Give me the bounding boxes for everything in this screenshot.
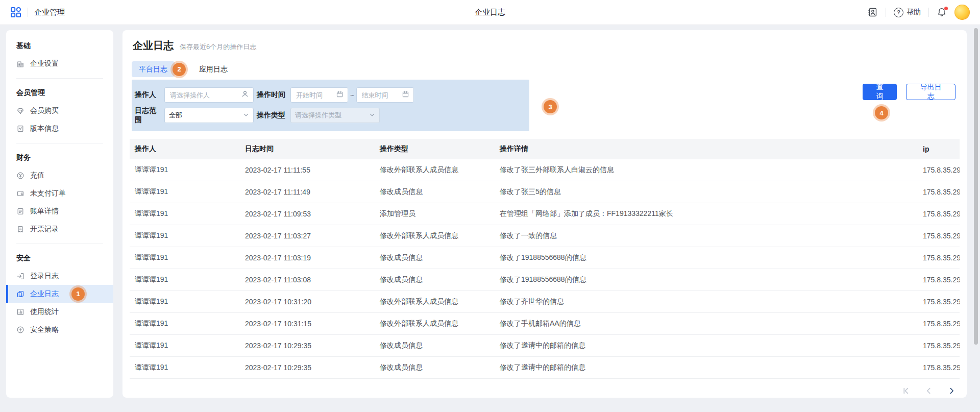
cell-ip: 175.8.35.29 [918,159,960,181]
calendar-icon [402,90,409,100]
cell-operator: 谭谭谭191 [130,291,240,313]
sidebar-section-title: 安全 [6,250,113,267]
start-time-field[interactable] [295,91,333,100]
cell-log-time: 2023-02-17 10:29:35 [240,335,375,357]
sidebar-item-label: 开票记录 [30,225,59,234]
first-page-button[interactable] [902,387,910,395]
col-header-ip: ip [918,139,960,159]
range-separator: ~ [350,91,354,99]
sidebar-item-label: 使用统计 [30,307,59,317]
next-page-button[interactable] [948,387,955,395]
operator-input[interactable] [164,87,254,103]
scope-label: 日志范围 [135,106,161,125]
sidebar-item-invoice-records[interactable]: 开票记录 [6,220,113,238]
cell-operation-detail: 修改了19188556688的信息 [495,269,918,291]
annotation-badge-4: 4 [875,106,888,119]
divider [928,8,929,17]
sidebar-divider [16,244,103,244]
sidebar-item-member-purchase[interactable]: 会员购买 [6,102,113,119]
sidebar-item-enterprise-log[interactable]: 企业日志1 [6,285,113,303]
sidebar-item-label: 未支付订单 [30,189,66,198]
calendar-icon [336,90,344,100]
prev-page-button[interactable] [925,387,933,395]
operator-label: 操作人 [135,90,161,100]
user-avatar[interactable] [954,5,970,20]
tab-platform-log[interactable]: 平台日志 2 [132,61,175,77]
contacts-icon[interactable] [868,7,878,17]
window-scrollbar[interactable] [974,28,978,345]
topbar-left: 企业管理 [10,7,65,18]
cell-log-time: 2023-02-17 11:11:49 [240,181,375,203]
cell-operator: 谭谭谭191 [130,357,240,379]
tab-bar: 平台日志 2 应用日志 [122,59,967,77]
sidebar-item-recharge[interactable]: 充值 [6,166,113,184]
filter-panel: 操作人 操作时间 ~ [132,80,529,131]
bell-icon[interactable] [937,7,947,17]
version-icon [16,125,24,133]
recharge-icon [16,172,24,180]
cell-operation-type: 修改外部联系人成员信息 [375,159,495,181]
cell-ip: 175.8.35.29 [918,203,960,225]
query-button[interactable]: 查询 [863,84,897,100]
cell-operation-type: 修改成员信息 [375,269,495,291]
tab-app-log[interactable]: 应用日志 [192,61,235,77]
sidebar-item-usage-stats[interactable]: 使用统计 [6,303,113,321]
enterprise-log-icon [16,290,24,298]
end-time-input[interactable] [356,87,414,103]
sidebar-item-login-log[interactable]: 登录日志 [6,267,113,285]
cell-operator: 谭谭谭191 [130,159,240,181]
sidebar-item-label: 登录日志 [30,272,59,281]
operator-input-field[interactable] [169,91,238,100]
topbar-right: ? 帮助 [868,5,970,20]
sidebar-section-title: 财务 [6,149,113,166]
tab-label: 应用日志 [199,65,228,74]
log-scope-select[interactable]: 全部 [164,108,254,123]
sidebar-item-version-info[interactable]: 版本信息 [6,119,113,137]
annotation-badge-3: 3 [544,100,557,113]
end-time-field[interactable] [361,91,399,100]
cell-operation-type: 修改成员信息 [375,247,495,269]
cell-operation-detail: 修改了邀请中的邮箱的信息 [495,335,918,357]
sidebar-item-security-policy[interactable]: 安全策略 [6,321,113,338]
sidebar-item-enterprise-settings[interactable]: 企业设置 [6,55,113,72]
cell-log-time: 2023-02-17 10:31:15 [240,313,375,335]
main-header: 企业日志 保存最近6个月的操作日志 [122,30,967,59]
cell-operation-type: 修改成员信息 [375,335,495,357]
export-log-button[interactable]: 导出日志 [906,84,955,100]
cell-log-time: 2023-02-17 11:11:55 [240,159,375,181]
help-button[interactable]: ? 帮助 [894,8,921,17]
time-label: 操作时间 [257,90,287,100]
login-log-icon [16,272,24,280]
sidebar-item-unpaid-orders[interactable]: 未支付订单 [6,184,113,202]
help-label: 帮助 [906,8,921,17]
content-layout: 基础企业设置会员管理会员购买版本信息财务充值未支付订单账单详情开票记录安全登录日… [0,25,980,402]
cell-log-time: 2023-02-17 10:29:35 [240,357,375,379]
app-title: 企业管理 [34,8,65,17]
app-window: 企业管理 企业日志 ? 帮助 基础企业设置会员管理会员购买版本信息财务充值未支付… [0,0,980,412]
operation-type-select[interactable]: 请选择操作类型 [290,108,380,123]
start-time-input[interactable] [290,87,348,103]
sidebar-item-label: 充值 [30,171,44,180]
cell-operation-detail: 修改了邀请中的邮箱的信息 [495,357,918,379]
cell-operation-detail: 修改了张三5的信息 [495,181,918,203]
cell-ip: 175.8.35.29 [918,313,960,335]
filter-section: 操作人 操作时间 ~ [132,80,960,131]
apps-grid-icon[interactable] [10,7,21,18]
sidebar-item-bill-details[interactable]: 账单详情 [6,202,113,220]
cell-ip: 175.8.35.29 [918,247,960,269]
table-row: 谭谭谭1912023-02-17 10:29:35修改成员信息修改了邀请中的邮箱… [130,357,960,379]
table-row: 谭谭谭1912023-02-17 11:11:55修改外部联系人成员信息修改了张… [130,159,960,181]
cell-operation-type: 修改外部联系人成员信息 [375,291,495,313]
col-header-operation-detail: 操作详情 [495,139,918,159]
sidebar-section-title: 会员管理 [6,84,113,102]
cell-ip: 175.8.35.29 [918,335,960,357]
cell-operation-detail: 修改了一致的信息 [495,225,918,247]
table-header-row: 操作人日志时间操作类型操作详情ip [130,139,960,159]
cell-operation-detail: 修改了张三外部联系人白淑云的信息 [495,159,918,181]
button-row: 查询 导出日志 [863,84,955,100]
cell-operation-type: 添加管理员 [375,203,495,225]
type-label: 操作类型 [257,111,287,120]
cell-operator: 谭谭谭191 [130,181,240,203]
sidebar-nav: 基础企业设置会员管理会员购买版本信息财务充值未支付订单账单详情开票记录安全登录日… [6,30,113,398]
log-table: 操作人日志时间操作类型操作详情ip 谭谭谭1912023-02-17 11:11… [130,139,960,379]
